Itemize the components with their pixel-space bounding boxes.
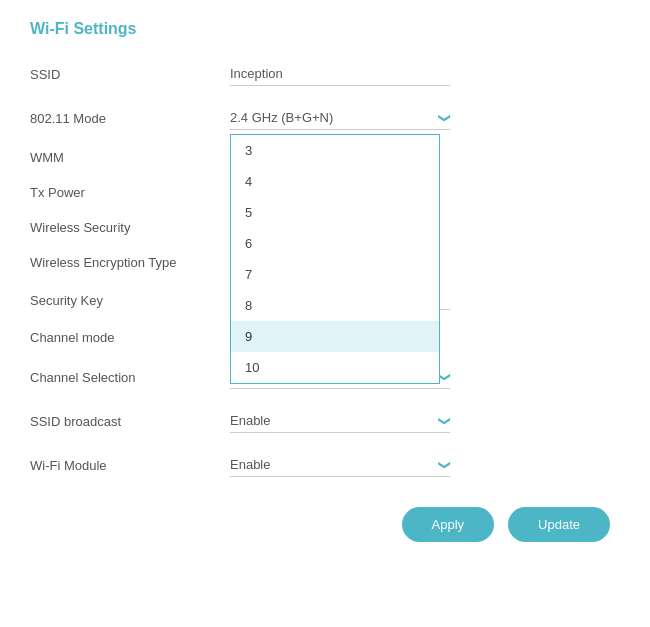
- channel-dropdown-list[interactable]: 3 4 5 6 7 8 9 10: [230, 134, 440, 384]
- buttons-row: Apply Update: [30, 507, 620, 542]
- ssid-broadcast-label: SSID broadcast: [30, 414, 230, 429]
- dropdown-item[interactable]: 4: [231, 166, 439, 197]
- wireless-security-label: Wireless Security: [30, 220, 230, 235]
- dropdown-item[interactable]: 10: [231, 352, 439, 383]
- ssid-label: SSID: [30, 67, 230, 82]
- mode-value: 2.4 GHz (B+G+N): [230, 110, 333, 125]
- update-button[interactable]: Update: [508, 507, 610, 542]
- security-key-label: Security Key: [30, 293, 230, 308]
- wifi-module-label: Wi-Fi Module: [30, 458, 230, 473]
- ssid-row: SSID: [30, 62, 620, 86]
- dropdown-item[interactable]: 3: [231, 135, 439, 166]
- dropdown-item-selected[interactable]: 9: [231, 321, 439, 352]
- mode-select[interactable]: 2.4 GHz (B+G+N) ❯: [230, 106, 450, 130]
- wireless-encryption-label: Wireless Encryption Type: [30, 255, 230, 270]
- channel-mode-label: Channel mode: [30, 330, 230, 345]
- ssid-control: [230, 62, 450, 86]
- channel-selection-label: Channel Selection: [30, 370, 230, 385]
- mode-chevron-icon: ❯: [438, 113, 452, 123]
- wifi-module-chevron-icon: ❯: [438, 460, 452, 470]
- ssid-input[interactable]: [230, 62, 450, 86]
- mode-label: 802.11 Mode: [30, 111, 230, 126]
- ssid-broadcast-value: Enable: [230, 413, 270, 428]
- ssid-broadcast-control: Enable ❯: [230, 409, 450, 433]
- wifi-settings-container: Wi-Fi Settings SSID 802.11 Mode 2.4 GHz …: [0, 0, 650, 627]
- page-title: Wi-Fi Settings: [30, 20, 620, 38]
- wifi-module-select[interactable]: Enable ❯: [230, 453, 450, 477]
- dropdown-item[interactable]: 7: [231, 259, 439, 290]
- dropdown-item[interactable]: 5: [231, 197, 439, 228]
- ssid-broadcast-row: SSID broadcast Enable ❯: [30, 409, 620, 433]
- ssid-broadcast-chevron-icon: ❯: [438, 416, 452, 426]
- mode-dropdown-wrapper: 2.4 GHz (B+G+N) ❯ 3 4 5 6 7 8 9 10: [230, 106, 450, 130]
- wifi-module-control: Enable ❯: [230, 453, 450, 477]
- ssid-broadcast-select[interactable]: Enable ❯: [230, 409, 450, 433]
- dropdown-item[interactable]: 8: [231, 290, 439, 321]
- wmm-label: WMM: [30, 150, 230, 165]
- wifi-module-value: Enable: [230, 457, 270, 472]
- wifi-module-row: Wi-Fi Module Enable ❯: [30, 453, 620, 477]
- dropdown-item[interactable]: 6: [231, 228, 439, 259]
- txpower-label: Tx Power: [30, 185, 230, 200]
- channel-selection-chevron-icon: ❯: [438, 372, 452, 382]
- apply-button[interactable]: Apply: [402, 507, 495, 542]
- mode-row: 802.11 Mode 2.4 GHz (B+G+N) ❯ 3 4 5 6 7 …: [30, 106, 620, 130]
